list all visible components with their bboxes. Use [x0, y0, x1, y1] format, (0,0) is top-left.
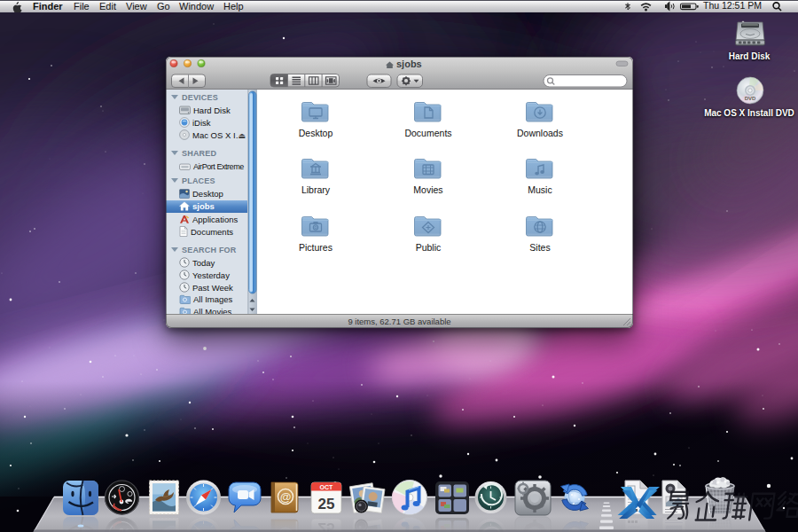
svg-text:sjobs: sjobs [396, 59, 422, 69]
svg-text:DVD: DVD [745, 96, 756, 101]
svg-text:Thu 12:51 PM: Thu 12:51 PM [703, 0, 762, 11]
